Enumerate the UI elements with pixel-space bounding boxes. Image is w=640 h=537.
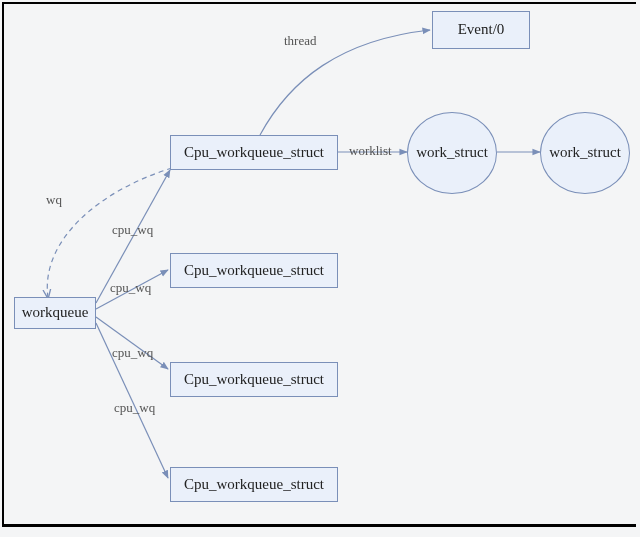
edge-label-thread: thread (284, 33, 316, 49)
node-workqueue: workqueue (14, 297, 96, 329)
edge-label-cpu-wq-1: cpu_wq (112, 222, 153, 238)
node-label: work_struct (416, 144, 488, 161)
node-cpu-workqueue-4: Cpu_workqueue_struct (170, 467, 338, 502)
node-label: work_struct (549, 144, 621, 161)
node-cpu-workqueue-2: Cpu_workqueue_struct (170, 253, 338, 288)
node-work-struct-1: work_struct (407, 112, 497, 194)
edge-label-wq: wq (46, 192, 62, 208)
edge-label-cpu-wq-4: cpu_wq (114, 400, 155, 416)
node-label: Cpu_workqueue_struct (184, 144, 324, 161)
edge-label-cpu-wq-3: cpu_wq (112, 345, 153, 361)
node-event0: Event/0 (432, 11, 530, 49)
node-label: workqueue (22, 304, 89, 321)
node-cpu-workqueue-1: Cpu_workqueue_struct (170, 135, 338, 170)
node-label: Cpu_workqueue_struct (184, 476, 324, 493)
node-work-struct-2: work_struct (540, 112, 630, 194)
node-cpu-workqueue-3: Cpu_workqueue_struct (170, 362, 338, 397)
node-label: Cpu_workqueue_struct (184, 371, 324, 388)
edge-label-cpu-wq-2: cpu_wq (110, 280, 151, 296)
edge-label-worklist: worklist (349, 143, 392, 159)
node-label: Cpu_workqueue_struct (184, 262, 324, 279)
node-label: Event/0 (458, 21, 505, 38)
